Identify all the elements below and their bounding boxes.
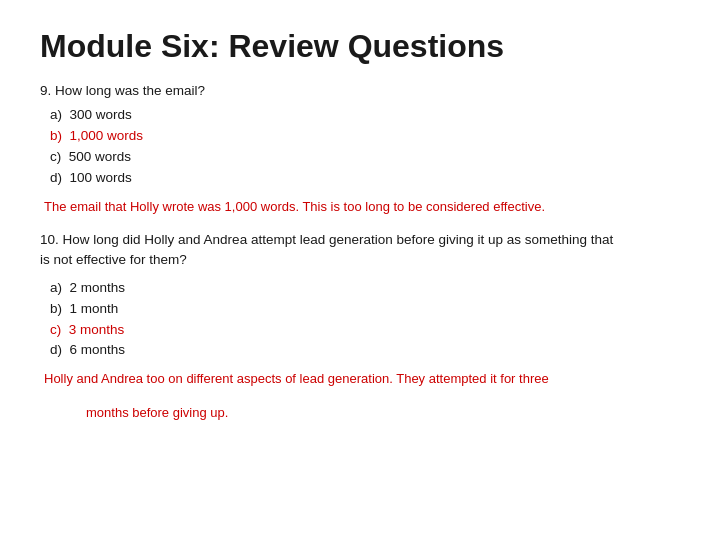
q10-option-b: b) 1 month: [50, 299, 680, 320]
page-title: Module Six: Review Questions: [40, 28, 680, 65]
q9-option-b-letter: b): [50, 128, 70, 143]
question-10-line2: is not effective for them?: [40, 252, 187, 267]
question-10-line1: 10. How long did Holly and Andrea attemp…: [40, 232, 613, 247]
q10-option-b-text: 1 month: [70, 301, 119, 316]
q9-option-d-letter: d): [50, 170, 70, 185]
q9-option-d-text: 100 words: [70, 170, 132, 185]
q9-option-c-letter: c): [50, 149, 69, 164]
q10-option-b-letter: b): [50, 301, 70, 316]
question-9-label: 9. How long was the email?: [40, 83, 680, 98]
q10-answer-line2: months before giving up.: [86, 403, 680, 423]
question-9-block: 9. How long was the email? a) 300 words …: [40, 83, 680, 216]
q9-answer: The email that Holly wrote was 1,000 wor…: [44, 197, 680, 217]
q9-option-a-text: 300 words: [70, 107, 132, 122]
q9-option-a: a) 300 words: [50, 105, 680, 126]
page: Module Six: Review Questions 9. How long…: [0, 0, 720, 540]
q10-option-a-letter: a): [50, 280, 70, 295]
q10-option-d-letter: d): [50, 342, 70, 357]
q10-option-c-text: 3 months: [69, 322, 125, 337]
q10-option-d-text: 6 months: [70, 342, 126, 357]
question-9-options: a) 300 words b) 1,000 words c) 500 words…: [50, 105, 680, 189]
question-10-options: a) 2 months b) 1 month c) 3 months d) 6 …: [50, 278, 680, 362]
q10-option-c: c) 3 months: [50, 320, 680, 341]
q9-option-c-text: 500 words: [69, 149, 131, 164]
q10-option-c-letter: c): [50, 322, 69, 337]
q9-option-b-text: 1,000 words: [70, 128, 144, 143]
q10-option-a: a) 2 months: [50, 278, 680, 299]
question-10-label: 10. How long did Holly and Andrea attemp…: [40, 230, 680, 271]
q10-answer-line1: Holly and Andrea too on different aspect…: [44, 369, 680, 389]
q10-option-a-text: 2 months: [70, 280, 126, 295]
q10-option-d: d) 6 months: [50, 340, 680, 361]
q9-option-a-letter: a): [50, 107, 70, 122]
q9-option-c: c) 500 words: [50, 147, 680, 168]
q9-option-d: d) 100 words: [50, 168, 680, 189]
q9-option-b: b) 1,000 words: [50, 126, 680, 147]
question-10-block: 10. How long did Holly and Andrea attemp…: [40, 230, 680, 422]
